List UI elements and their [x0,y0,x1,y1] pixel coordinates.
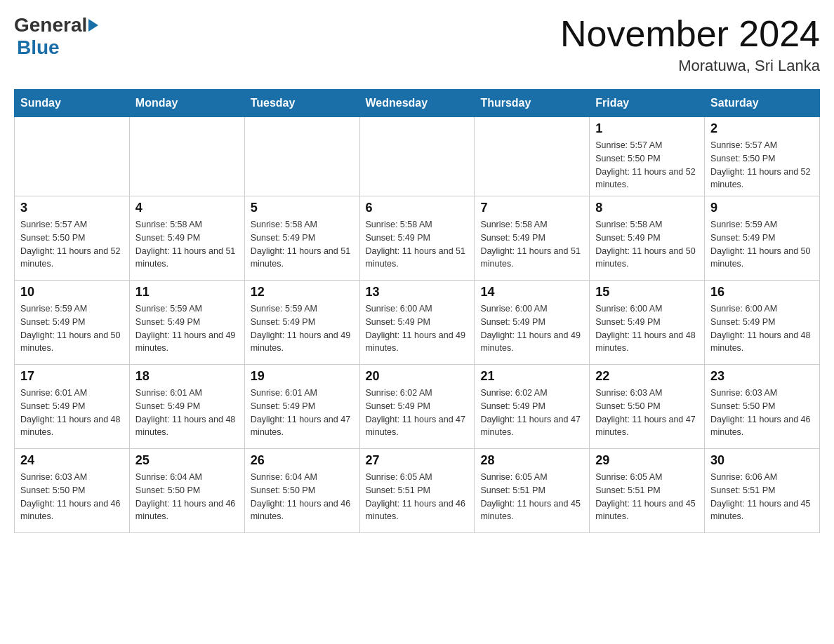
calendar-cell: 16Sunrise: 6:00 AMSunset: 5:49 PMDayligh… [705,281,820,365]
weekday-header-friday: Friday [590,90,705,117]
day-info: Sunrise: 6:05 AMSunset: 5:51 PMDaylight:… [366,471,469,523]
day-info: Sunrise: 6:00 AMSunset: 5:49 PMDaylight:… [595,302,699,355]
day-number: 17 [20,369,124,384]
day-number: 20 [366,369,469,384]
calendar-cell: 23Sunrise: 6:03 AMSunset: 5:50 PMDayligh… [705,365,820,449]
calendar-cell [475,117,590,196]
day-info: Sunrise: 6:03 AMSunset: 5:50 PMDaylight:… [20,471,124,523]
day-info: Sunrise: 6:03 AMSunset: 5:50 PMDaylight:… [710,387,814,439]
day-number: 29 [595,453,699,468]
calendar-cell: 29Sunrise: 6:05 AMSunset: 5:51 PMDayligh… [590,449,705,533]
day-info: Sunrise: 6:00 AMSunset: 5:49 PMDaylight:… [366,302,469,355]
day-number: 9 [710,201,814,215]
day-info: Sunrise: 5:58 AMSunset: 5:49 PMDaylight:… [135,218,239,271]
day-info: Sunrise: 5:58 AMSunset: 5:49 PMDaylight:… [366,218,469,271]
day-info: Sunrise: 6:05 AMSunset: 5:51 PMDaylight:… [480,471,583,523]
calendar-cell: 4Sunrise: 5:58 AMSunset: 5:49 PMDaylight… [129,196,244,281]
week-row-1: 1Sunrise: 5:57 AMSunset: 5:50 PMDaylight… [15,117,820,196]
day-number: 12 [251,285,354,300]
day-number: 5 [251,201,354,215]
day-number: 16 [710,285,814,300]
day-number: 7 [480,201,583,215]
day-number: 28 [480,453,583,468]
calendar-cell: 24Sunrise: 6:03 AMSunset: 5:50 PMDayligh… [15,449,130,533]
calendar-cell: 8Sunrise: 5:58 AMSunset: 5:49 PMDaylight… [590,196,705,281]
calendar-cell: 22Sunrise: 6:03 AMSunset: 5:50 PMDayligh… [590,365,705,449]
day-info: Sunrise: 5:59 AMSunset: 5:49 PMDaylight:… [135,302,239,355]
day-info: Sunrise: 5:58 AMSunset: 5:49 PMDaylight:… [480,218,583,271]
day-info: Sunrise: 6:02 AMSunset: 5:49 PMDaylight:… [480,387,583,439]
weekday-header-wednesday: Wednesday [359,90,475,117]
calendar-cell: 18Sunrise: 6:01 AMSunset: 5:49 PMDayligh… [129,365,244,449]
logo-general-text: General [14,14,87,36]
day-info: Sunrise: 6:01 AMSunset: 5:49 PMDaylight:… [20,387,124,439]
day-number: 26 [251,453,354,468]
day-info: Sunrise: 6:01 AMSunset: 5:49 PMDaylight:… [251,387,354,439]
calendar-cell: 11Sunrise: 5:59 AMSunset: 5:49 PMDayligh… [129,281,244,365]
calendar-cell [359,117,475,196]
day-info: Sunrise: 6:05 AMSunset: 5:51 PMDaylight:… [595,471,699,523]
day-number: 22 [595,369,699,384]
day-number: 4 [135,201,239,215]
day-number: 21 [480,369,583,384]
day-number: 25 [135,453,239,468]
day-info: Sunrise: 5:57 AMSunset: 5:50 PMDaylight:… [710,139,814,192]
day-number: 18 [135,369,239,384]
weekday-header-sunday: Sunday [15,90,130,117]
day-number: 30 [710,453,814,468]
day-info: Sunrise: 5:59 AMSunset: 5:49 PMDaylight:… [251,302,354,355]
day-number: 2 [710,121,814,136]
title-section: November 2024 Moratuwa, Sri Lanka [560,14,820,75]
day-info: Sunrise: 5:57 AMSunset: 5:50 PMDaylight:… [595,139,699,192]
day-info: Sunrise: 6:02 AMSunset: 5:49 PMDaylight:… [366,387,469,439]
weekday-header-monday: Monday [129,90,244,117]
day-number: 13 [366,285,469,300]
calendar-cell: 30Sunrise: 6:06 AMSunset: 5:51 PMDayligh… [705,449,820,533]
weekday-header-thursday: Thursday [475,90,590,117]
calendar-cell: 13Sunrise: 6:00 AMSunset: 5:49 PMDayligh… [359,281,475,365]
day-number: 19 [251,369,354,384]
day-info: Sunrise: 5:57 AMSunset: 5:50 PMDaylight:… [20,218,124,271]
calendar-cell: 10Sunrise: 5:59 AMSunset: 5:49 PMDayligh… [15,281,130,365]
logo: General Blue [14,14,100,59]
day-number: 6 [366,201,469,215]
day-info: Sunrise: 6:00 AMSunset: 5:49 PMDaylight:… [710,302,814,355]
week-row-4: 17Sunrise: 6:01 AMSunset: 5:49 PMDayligh… [15,365,820,449]
calendar-cell [129,117,244,196]
calendar-cell: 25Sunrise: 6:04 AMSunset: 5:50 PMDayligh… [129,449,244,533]
day-number: 8 [595,201,699,215]
calendar-cell: 12Sunrise: 5:59 AMSunset: 5:49 PMDayligh… [244,281,359,365]
day-info: Sunrise: 6:03 AMSunset: 5:50 PMDaylight:… [595,387,699,439]
week-row-3: 10Sunrise: 5:59 AMSunset: 5:49 PMDayligh… [15,281,820,365]
calendar-cell: 21Sunrise: 6:02 AMSunset: 5:49 PMDayligh… [475,365,590,449]
calendar-cell: 5Sunrise: 5:58 AMSunset: 5:49 PMDaylight… [244,196,359,281]
day-info: Sunrise: 6:04 AMSunset: 5:50 PMDaylight:… [135,471,239,523]
day-info: Sunrise: 6:01 AMSunset: 5:49 PMDaylight:… [135,387,239,439]
weekday-header-tuesday: Tuesday [244,90,359,117]
calendar-cell: 17Sunrise: 6:01 AMSunset: 5:49 PMDayligh… [15,365,130,449]
calendar-cell: 20Sunrise: 6:02 AMSunset: 5:49 PMDayligh… [359,365,475,449]
calendar-cell: 27Sunrise: 6:05 AMSunset: 5:51 PMDayligh… [359,449,475,533]
day-number: 24 [20,453,124,468]
calendar-cell: 3Sunrise: 5:57 AMSunset: 5:50 PMDaylight… [15,196,130,281]
calendar-cell: 26Sunrise: 6:04 AMSunset: 5:50 PMDayligh… [244,449,359,533]
day-number: 27 [366,453,469,468]
calendar-cell: 1Sunrise: 5:57 AMSunset: 5:50 PMDaylight… [590,117,705,196]
day-number: 1 [595,121,699,136]
day-info: Sunrise: 6:06 AMSunset: 5:51 PMDaylight:… [710,471,814,523]
day-number: 23 [710,369,814,384]
week-row-2: 3Sunrise: 5:57 AMSunset: 5:50 PMDaylight… [15,196,820,281]
day-number: 14 [480,285,583,300]
day-info: Sunrise: 5:58 AMSunset: 5:49 PMDaylight:… [595,218,699,271]
weekday-header-saturday: Saturday [705,90,820,117]
day-number: 11 [135,285,239,300]
day-info: Sunrise: 6:04 AMSunset: 5:50 PMDaylight:… [251,471,354,523]
day-info: Sunrise: 6:00 AMSunset: 5:49 PMDaylight:… [480,302,583,355]
day-info: Sunrise: 5:59 AMSunset: 5:49 PMDaylight:… [20,302,124,355]
calendar-cell: 9Sunrise: 5:59 AMSunset: 5:49 PMDaylight… [705,196,820,281]
calendar-table: SundayMondayTuesdayWednesdayThursdayFrid… [14,89,820,533]
calendar-cell: 15Sunrise: 6:00 AMSunset: 5:49 PMDayligh… [590,281,705,365]
day-info: Sunrise: 5:59 AMSunset: 5:49 PMDaylight:… [710,218,814,271]
day-info: Sunrise: 5:58 AMSunset: 5:49 PMDaylight:… [251,218,354,271]
page-header: General Blue November 2024 Moratuwa, Sri… [14,14,820,75]
